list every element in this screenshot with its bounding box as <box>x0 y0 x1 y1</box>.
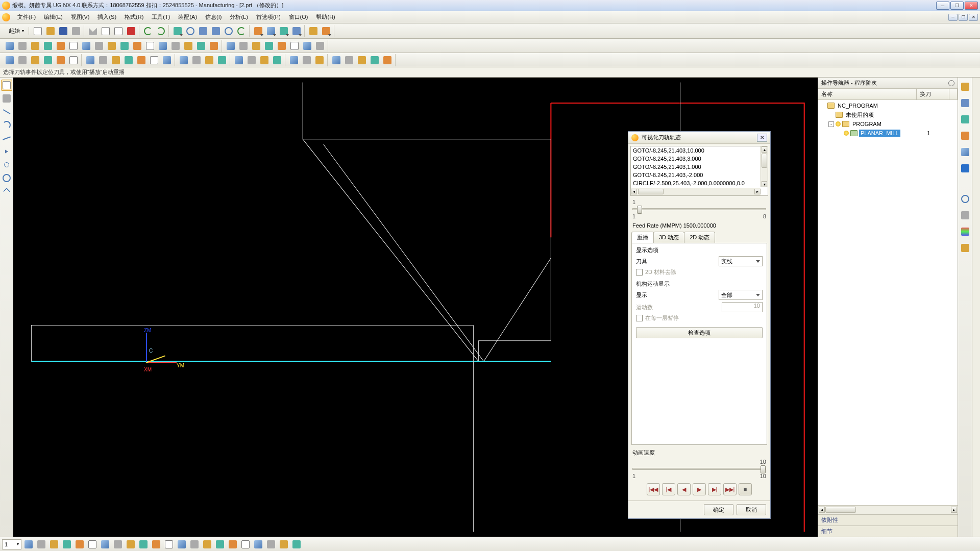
palette-button[interactable] <box>959 226 971 238</box>
rewind-start-button[interactable]: |◀◀ <box>647 483 660 495</box>
cam-misc-0[interactable] <box>330 54 342 66</box>
step-forward-button[interactable]: ▶| <box>708 483 721 495</box>
menu-item-0[interactable]: 文件(F) <box>13 12 40 21</box>
cam-create-0[interactable] <box>4 54 16 66</box>
dialog-cancel-button[interactable]: 取消 <box>737 504 766 515</box>
gcode-vscrollbar[interactable]: ▴▾ <box>761 146 768 187</box>
layer-combo[interactable]: 1▾ <box>2 539 21 549</box>
navigator-footer-dependency[interactable]: 依附性 <box>818 514 958 525</box>
cam-misc-4[interactable] <box>381 54 394 66</box>
cross-tool-button[interactable] <box>1 186 12 197</box>
doc-restore-button[interactable]: ❐ <box>959 14 968 21</box>
delete-button[interactable] <box>125 25 137 37</box>
curve-tool-8[interactable] <box>106 40 118 52</box>
pan-button[interactable] <box>210 25 222 37</box>
nav-ops-button[interactable] <box>959 81 971 93</box>
zoom-area-button[interactable] <box>197 25 209 37</box>
curve-tool-12[interactable] <box>157 40 169 52</box>
curve-tool-6[interactable] <box>80 40 92 52</box>
cam-gen-1[interactable] <box>97 54 109 66</box>
arc-tool-button[interactable] <box>1 119 12 131</box>
menu-item-1[interactable]: 编辑(E) <box>40 12 67 21</box>
snap-tool-3[interactable] <box>61 538 73 550</box>
cam-gen-0[interactable] <box>84 54 96 66</box>
app-vertical-scrollbar[interactable] <box>972 78 980 537</box>
cam-post-2[interactable] <box>258 54 271 66</box>
check-options-button[interactable]: 检查选项 <box>636 327 763 338</box>
shade-mode-button[interactable] <box>252 25 264 37</box>
navigator-column-tool[interactable]: 换刀 <box>917 89 949 99</box>
curve-edit-tool-0[interactable] <box>225 40 237 52</box>
spline-tool-button[interactable] <box>1 133 12 144</box>
gcode-line-4[interactable]: CIRCLE/-2.500,25.403,-2.000,0.0000000,0.… <box>631 179 768 187</box>
snap-tool-17[interactable] <box>239 538 252 550</box>
menu-item-9[interactable]: 首选项(P) <box>252 12 285 21</box>
menu-item-5[interactable]: 工具(T) <box>148 12 174 21</box>
gcode-hscrollbar[interactable]: ◂▸ <box>631 188 761 195</box>
snap-tool-5[interactable] <box>86 538 99 550</box>
snap-tool-10[interactable] <box>150 538 162 550</box>
menu-item-7[interactable]: 信息(I) <box>201 12 226 21</box>
gcode-line-0[interactable]: GOTO/-8.245,21.403,10.000 <box>631 146 768 155</box>
navigator-tree[interactable]: NC_PROGRAM未使用的项-PROGRAMPLANAR_MILL1 <box>818 100 958 505</box>
curve-tool-11[interactable] <box>144 40 156 52</box>
menu-item-11[interactable]: 帮助(H) <box>312 12 339 21</box>
menu-item-4[interactable]: 格式(R) <box>120 12 148 21</box>
snap-tool-9[interactable] <box>137 538 150 550</box>
gcode-line-1[interactable]: GOTO/-8.245,21.403,3.000 <box>631 155 768 163</box>
tab-2d-dynamic[interactable]: 2D 动态 <box>684 232 715 243</box>
cam-verify-1[interactable] <box>190 54 203 66</box>
point-tool-button[interactable] <box>1 159 12 170</box>
window-minimize-button[interactable]: ─ <box>936 2 949 10</box>
new-button[interactable] <box>32 25 44 37</box>
curve-tool-0[interactable] <box>4 40 16 52</box>
snap-tool-16[interactable] <box>227 538 239 550</box>
curve-tool-13[interactable] <box>169 40 182 52</box>
measure-button[interactable] <box>307 25 320 37</box>
tree-row-0[interactable]: NC_PROGRAM <box>818 101 958 110</box>
navigator-footer-details[interactable]: 细节 <box>818 525 958 537</box>
gcode-line-2[interactable]: GOTO/-8.245,21.403,1.000 <box>631 163 768 171</box>
tree-row-1[interactable]: 未使用的项 <box>818 110 958 119</box>
stop-button[interactable]: ■ <box>739 483 752 495</box>
clock-button[interactable] <box>959 193 971 205</box>
start-menu-button[interactable]: 起始 ▾ <box>4 27 27 35</box>
snap-tool-4[interactable] <box>74 538 86 550</box>
snap-tool-20[interactable] <box>278 538 290 550</box>
panel-pin-button[interactable] <box>948 80 954 86</box>
tree-row-2[interactable]: -PROGRAM <box>818 119 958 129</box>
cam-gen-2[interactable] <box>110 54 122 66</box>
curve-tool-15[interactable] <box>195 40 207 52</box>
nav-geom-button[interactable] <box>959 97 971 109</box>
tab-3d-dynamic[interactable]: 3D 动态 <box>653 232 684 243</box>
cam-verify-3[interactable] <box>216 54 228 66</box>
curve-tool-9[interactable] <box>118 40 131 52</box>
save-button[interactable] <box>57 25 69 37</box>
menu-item-8[interactable]: 分析(L) <box>226 12 252 21</box>
resource-button[interactable] <box>959 242 971 254</box>
undo-button[interactable] <box>142 25 154 37</box>
snap-tool-12[interactable] <box>176 538 188 550</box>
cam-create-3[interactable] <box>42 54 54 66</box>
cam-post-3[interactable] <box>271 54 283 66</box>
curve-tool-1[interactable] <box>16 40 29 52</box>
curve-edit-tool-6[interactable] <box>301 40 313 52</box>
curve-tool-5[interactable] <box>67 40 80 52</box>
cam-create-2[interactable] <box>29 54 41 66</box>
cursor-tool-button[interactable] <box>1 80 12 91</box>
curve-edit-tool-4[interactable] <box>276 40 288 52</box>
cut-button[interactable] <box>87 25 99 37</box>
curve-tool-14[interactable] <box>182 40 194 52</box>
analysis-button[interactable] <box>320 25 332 37</box>
snap-tool-2[interactable] <box>48 538 60 550</box>
cam-post-0[interactable] <box>233 54 245 66</box>
menu-item-3[interactable]: 插入(S) <box>93 12 120 21</box>
menu-item-10[interactable]: 窗口(O) <box>285 12 312 21</box>
curve-edit-tool-5[interactable] <box>288 40 301 52</box>
curve-edit-tool-3[interactable] <box>263 40 275 52</box>
display-mode-button[interactable] <box>278 25 290 37</box>
cam-misc-2[interactable] <box>356 54 368 66</box>
print-button[interactable] <box>70 25 82 37</box>
nav-tool-button[interactable] <box>959 113 971 126</box>
snap-tool-0[interactable] <box>22 538 35 550</box>
